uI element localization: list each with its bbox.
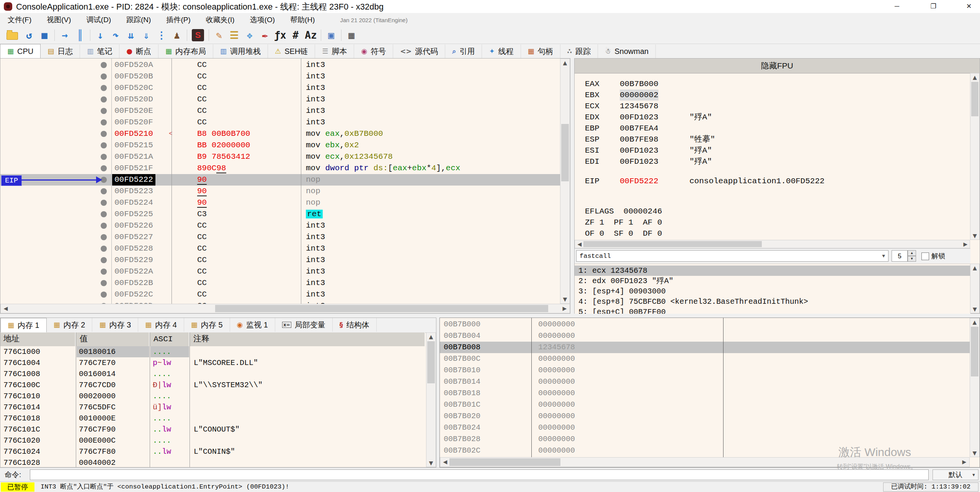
tab-符号[interactable]: ◉符号 [354,44,393,58]
breakpoint-dot[interactable] [101,73,107,80]
disasm-hscroll-thumb[interactable] [215,305,548,312]
register-row[interactable]: EDI00FD1023"殍A" [575,156,969,167]
step-into-icon[interactable]: ↓ [93,28,108,42]
windows-icon[interactable]: ▣ [323,28,339,42]
scroll-down-arrow[interactable]: ▼ [560,296,570,302]
trace-into-icon[interactable]: ⇊ [123,28,139,42]
animate-icon[interactable]: ⋮ [154,28,169,42]
stack-hscroll-thumb[interactable] [449,458,560,466]
tab-日志[interactable]: ▤日志 [41,44,80,58]
column-separator[interactable] [189,332,190,467]
dump-header-ASCI[interactable]: ASCI [150,332,189,346]
disasm-row[interactable]: 00FD522DCCint3 [0,300,560,304]
dump-vscroll-thumb[interactable] [427,341,435,383]
stack-row[interactable]: 00B7B00400000000 [440,330,970,342]
disasm-row[interactable]: 00FD520ACCint3 [0,59,560,71]
scroll-down-arrow[interactable]: ▼ [426,460,436,466]
disasm-row[interactable]: 00FD522ACCint3 [0,266,560,277]
highlight-icon[interactable]: ✒ [257,28,273,42]
tab-脚本[interactable]: ☰脚本 [315,44,354,58]
breakpoint-dot[interactable] [101,142,107,148]
column-separator[interactable] [76,332,76,467]
breakpoint-dot[interactable] [101,165,107,171]
breakpoint-dot[interactable] [101,234,107,240]
spin-down-button[interactable]: ▼ [908,256,916,262]
profile-select[interactable]: 默认▼ [933,469,978,480]
breakpoint-dot[interactable] [101,269,107,275]
dump-row[interactable]: 776C101000020000.... [0,391,425,402]
calling-convention-select[interactable]: fastcall▼ [576,250,889,262]
tab-内存布局[interactable]: ▦内存布局 [158,44,213,58]
stack-row[interactable]: 00B7B01C00000000 [440,399,970,411]
dump-row[interactable]: 776C1014776C5DFCü]lw [0,402,425,413]
scroll-right-arrow[interactable]: ▶ [962,241,969,247]
disasm-row[interactable]: 00FD522CCCint3 [0,289,560,300]
arg-count-input[interactable]: 5 [892,250,908,262]
stack-row[interactable]: 00B7B00812345678 [440,342,970,353]
dump-header-值[interactable]: 值 [77,332,150,346]
breakpoint-dot[interactable] [101,292,107,298]
tab-引用[interactable]: ⌕引用 [445,44,482,58]
stack-row[interactable]: 00B7B02400000000 [440,422,970,433]
tab-源代码[interactable]: <>源代码 [393,44,445,58]
scroll-down-arrow[interactable]: ▼ [970,450,979,456]
spin-up-button[interactable]: ▲ [908,250,916,256]
breakpoint-dot[interactable] [101,280,107,286]
stack-row[interactable]: 00B7B00000000000 [440,319,970,330]
scroll-left-arrow[interactable]: ◀ [577,241,583,247]
menu-item-收藏夹I[interactable]: 收藏夹(I) [198,13,242,27]
scroll-up-arrow[interactable]: ▲ [970,319,979,325]
argument-row[interactable]: 1: ecx 12345678 [575,266,970,276]
run-icon[interactable]: → [57,28,72,42]
dump-row[interactable]: 776C102800040002 [0,457,425,467]
breakpoint-dot[interactable] [101,223,107,229]
dump-tab-结构体[interactable]: §结构体 [333,318,377,332]
stack-row[interactable]: 00B7B01800000000 [440,388,970,399]
tab-调用堆栈[interactable]: ▥调用堆栈 [213,44,268,58]
register-row[interactable]: ESP00B7FE98"牲摹" [575,134,969,145]
disasm-row[interactable]: 00FD522BCCint3 [0,277,560,289]
menu-item-视图V[interactable]: 视图(V) [39,13,78,27]
dump-row[interactable]: 776C10180010000E.... [0,413,425,424]
comment-icon[interactable]: ❖ [242,28,257,42]
dump-tab-监视 1[interactable]: ◉监视 1 [230,318,275,332]
breakpoint-dot[interactable] [101,154,107,160]
vertical-splitter-top[interactable] [570,58,574,314]
patches-icon[interactable]: ✎ [211,28,227,42]
dump-tab-内存 3[interactable]: ▦内存 3 [92,318,138,332]
scroll-up-arrow[interactable]: ▲ [970,265,979,271]
breakpoint-dot[interactable] [101,211,107,217]
disasm-row[interactable]: 00FD5215BB 02000000mov ebx,0x2 [0,140,560,151]
register-row[interactable]: EBP00B7FEA4 [575,123,969,134]
stack-row[interactable]: 00B7B02800000000 [440,433,970,445]
step-over-icon[interactable]: ↷ [108,28,123,42]
pause-icon[interactable]: ║ [72,28,88,42]
dump-tab-局部变量[interactable]: x=局部变量 [275,318,333,332]
disasm-row[interactable]: 00FD520CCCint3 [0,82,560,94]
disasm-row[interactable]: 00FD5228CCint3 [0,243,560,254]
disasm-row[interactable]: 00FD5226CCint3 [0,220,560,231]
dump-header-地址[interactable]: 地址 [0,332,76,346]
dump-row[interactable]: 776C100800160014.... [0,368,425,380]
column-separator[interactable] [531,318,532,457]
dump-tab-内存 5[interactable]: ▦内存 5 [184,318,230,332]
argument-row[interactable]: 4: [esp+8] 75CBFCB0 <kernel32.BaseThread… [575,297,970,307]
dump-row[interactable]: 776C101C776C7F90..lwL"CONOUT$" [0,424,425,435]
dump-tab-内存 4[interactable]: ▦内存 4 [138,318,184,332]
scroll-right-arrow[interactable]: ▶ [561,305,568,311]
scroll-down-arrow[interactable]: ▼ [970,233,979,239]
register-row[interactable]: EDX00FD1023"殍A" [575,112,969,123]
dump-row[interactable]: 776C1020000E000C.... [0,435,425,446]
disasm-row[interactable]: 00FD520BCCint3 [0,71,560,82]
function-icon[interactable]: ƒx [273,28,288,42]
disasm-row[interactable]: 00FD5229CCint3 [0,254,560,266]
hash-icon[interactable]: # [288,28,303,42]
argument-row[interactable]: 3: [esp+4] 00903000 [575,286,970,297]
vertical-splitter-bottom[interactable] [436,318,439,468]
menu-item-插件P[interactable]: 插件(P) [158,13,198,27]
calculator-icon[interactable]: ▦ [344,28,359,42]
tab-Snowman[interactable]: ☃Snowman [598,44,656,58]
dump-row[interactable]: 776C1004776C7E70p~lwL"MSCOREE.DLL" [0,357,425,368]
maximize-button[interactable]: ❐ [924,0,942,13]
tab-断点[interactable]: ●断点 [119,44,158,58]
